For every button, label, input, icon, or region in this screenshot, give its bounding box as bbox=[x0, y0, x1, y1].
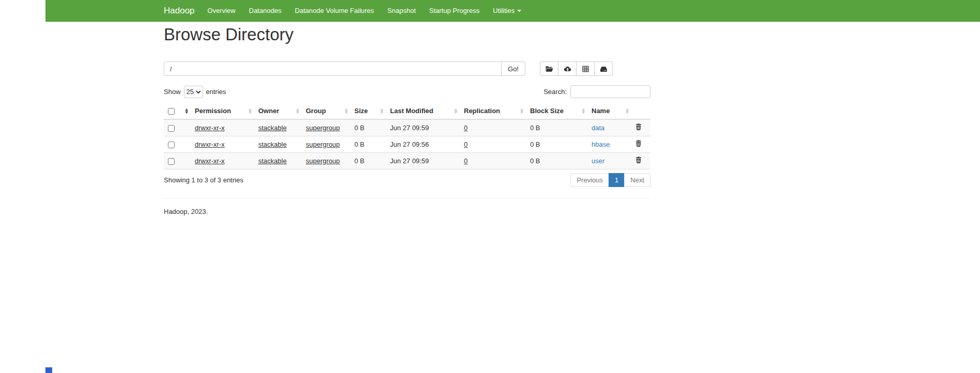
delete-button[interactable] bbox=[635, 123, 642, 130]
sort-icon[interactable] bbox=[626, 108, 629, 114]
column-header-size[interactable]: Size bbox=[350, 103, 386, 119]
pagination-previous[interactable]: Previous bbox=[570, 173, 609, 187]
table-row: drwxr-xr-x stackable supergroup 0 B Jun … bbox=[164, 119, 650, 136]
entries-label: entries bbox=[206, 88, 226, 96]
directory-link[interactable]: user bbox=[592, 157, 604, 165]
header-label: Permission bbox=[195, 107, 231, 115]
block-size-cell: 0 B bbox=[526, 152, 587, 169]
nav-item-startup-progress[interactable]: Startup Progress bbox=[423, 0, 487, 22]
utilities-label: Utilities bbox=[493, 7, 515, 14]
size-cell: 0 B bbox=[350, 152, 386, 169]
group-cell[interactable]: supergroup bbox=[306, 124, 340, 132]
select-all-checkbox[interactable] bbox=[168, 108, 175, 115]
table-header-row: Permission Owner Group Size Last Modifie… bbox=[164, 103, 650, 119]
nav-item-utilities[interactable]: Utilities bbox=[486, 0, 528, 22]
sort-icon[interactable] bbox=[381, 108, 383, 114]
pagination: Previous 1 Next bbox=[570, 173, 650, 187]
block-size-cell: 0 B bbox=[526, 119, 587, 136]
owner-cell[interactable]: stackable bbox=[258, 141, 287, 148]
cloud-upload-icon bbox=[563, 66, 572, 72]
sort-icon[interactable] bbox=[521, 108, 523, 114]
search-control: Search: bbox=[543, 85, 650, 98]
header-label: Block Size bbox=[530, 107, 564, 115]
group-cell[interactable]: supergroup bbox=[306, 141, 340, 148]
permission-cell[interactable]: drwxr-xr-x bbox=[195, 141, 225, 148]
replication-cell[interactable]: 0 bbox=[464, 157, 468, 165]
column-header-owner[interactable]: Owner bbox=[254, 103, 302, 119]
permission-cell[interactable]: drwxr-xr-x bbox=[195, 157, 225, 165]
replication-cell[interactable]: 0 bbox=[464, 141, 468, 148]
directory-path-input[interactable] bbox=[164, 61, 502, 76]
delete-button[interactable] bbox=[635, 140, 642, 147]
nav-item-overview[interactable]: Overview bbox=[201, 0, 242, 22]
delete-button[interactable] bbox=[635, 157, 642, 163]
directory-table: Permission Owner Group Size Last Modifie… bbox=[164, 103, 650, 169]
header-label: Owner bbox=[258, 107, 279, 115]
sort-icon[interactable] bbox=[345, 108, 348, 114]
footer-text: Hadoop, 2023. bbox=[164, 208, 650, 215]
sort-icon[interactable] bbox=[455, 108, 457, 114]
pagination-next[interactable]: Next bbox=[624, 173, 650, 187]
content-container: Browse Directory Go! bbox=[156, 25, 658, 215]
nav-menu: Overview Datanodes Datanode Volume Failu… bbox=[201, 0, 528, 22]
column-header-block-size[interactable]: Block Size bbox=[526, 103, 587, 119]
sort-icon[interactable] bbox=[582, 108, 585, 114]
header-label: Replication bbox=[464, 107, 500, 115]
sort-icon[interactable] bbox=[185, 108, 188, 114]
permission-cell[interactable]: drwxr-xr-x bbox=[195, 124, 225, 132]
trash-icon bbox=[635, 123, 642, 130]
caret-down-icon bbox=[517, 10, 521, 12]
last-modified-cell: Jun 27 09:59 bbox=[386, 119, 460, 136]
table-info: Showing 1 to 3 of 3 entries bbox=[164, 176, 243, 184]
explorer-toolbar bbox=[540, 61, 613, 76]
column-header-select[interactable] bbox=[164, 103, 191, 119]
sort-icon[interactable] bbox=[297, 108, 299, 114]
screen-fragment bbox=[45, 367, 52, 373]
navbar-inner: Hadoop Overview Datanodes Datanode Volum… bbox=[156, 0, 980, 21]
nav-item-datanode-volume-failures[interactable]: Datanode Volume Failures bbox=[288, 0, 381, 22]
directory-link[interactable]: data bbox=[592, 124, 604, 132]
column-header-actions bbox=[631, 103, 650, 119]
create-directory-button[interactable] bbox=[540, 61, 558, 76]
owner-cell[interactable]: stackable bbox=[258, 157, 287, 165]
replication-cell[interactable]: 0 bbox=[464, 124, 468, 132]
page-length-control: Show 25 entries bbox=[164, 86, 226, 98]
nav-item-datanodes[interactable]: Datanodes bbox=[242, 0, 288, 22]
row-checkbox[interactable] bbox=[168, 125, 175, 132]
row-checkbox[interactable] bbox=[168, 158, 175, 165]
header-label: Name bbox=[592, 107, 610, 115]
column-header-group[interactable]: Group bbox=[302, 103, 350, 119]
storage-button[interactable] bbox=[594, 61, 613, 76]
row-checkbox[interactable] bbox=[168, 142, 175, 148]
nav-item-snapshot[interactable]: Snapshot bbox=[381, 0, 423, 22]
table-icon bbox=[582, 66, 589, 72]
search-input[interactable] bbox=[570, 85, 650, 98]
path-input-group: Go! bbox=[164, 61, 525, 76]
page-length-select[interactable]: 25 bbox=[184, 86, 203, 98]
navbar-brand[interactable]: Hadoop bbox=[164, 6, 195, 16]
trash-icon bbox=[635, 140, 642, 147]
block-size-cell: 0 B bbox=[526, 136, 587, 152]
hdd-icon bbox=[600, 66, 608, 72]
upload-files-button[interactable] bbox=[558, 61, 577, 76]
group-cell[interactable]: supergroup bbox=[306, 157, 340, 165]
table-view-button[interactable] bbox=[576, 61, 595, 76]
go-button[interactable]: Go! bbox=[501, 61, 525, 76]
pagination-page-1[interactable]: 1 bbox=[609, 173, 625, 187]
table-controls: Show 25 entries Search: bbox=[164, 85, 650, 98]
directory-link[interactable]: hbase bbox=[592, 141, 610, 148]
table-row: drwxr-xr-x stackable supergroup 0 B Jun … bbox=[164, 152, 650, 169]
column-header-permission[interactable]: Permission bbox=[191, 103, 254, 119]
folder-open-icon bbox=[546, 66, 553, 72]
column-header-replication[interactable]: Replication bbox=[460, 103, 526, 119]
header-label: Last Modified bbox=[390, 107, 433, 115]
sort-icon[interactable] bbox=[249, 108, 252, 114]
size-cell: 0 B bbox=[350, 136, 386, 152]
column-header-name[interactable]: Name bbox=[587, 103, 631, 119]
navbar: Hadoop Overview Datanodes Datanode Volum… bbox=[45, 0, 980, 22]
search-label: Search: bbox=[543, 88, 567, 96]
column-header-last-modified[interactable]: Last Modified bbox=[386, 103, 460, 119]
owner-cell[interactable]: stackable bbox=[258, 124, 287, 132]
table-summary: Showing 1 to 3 of 3 entries Previous 1 N… bbox=[164, 173, 650, 187]
explorer-bar: Go! bbox=[164, 61, 650, 76]
